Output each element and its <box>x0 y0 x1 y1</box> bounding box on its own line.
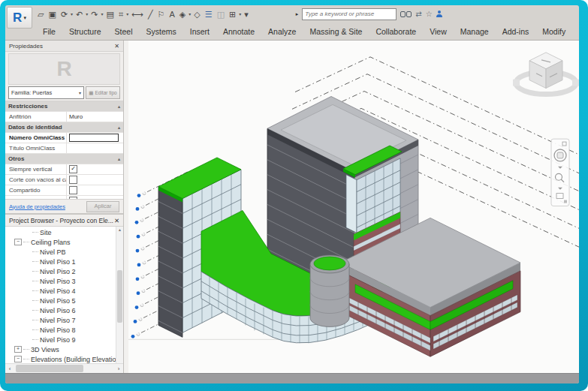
infocenter: ▸ ⇄ ☆ <box>296 8 443 20</box>
building-right-maroon <box>340 212 520 356</box>
sign-in-person-icon[interactable] <box>436 11 443 17</box>
tree-item-site[interactable]: Site <box>5 227 123 237</box>
aligned-dimension-icon[interactable]: ⟷ <box>129 7 146 22</box>
close-icon[interactable]: ✕ <box>114 43 119 50</box>
window-frame: R ▾ ▱ ▣ ⟳▾ ↶▾ ↷▾ ▤ ⌗▾ ⟷ ╱ ⚐ A ◈▾ ◇ ☰ ◫ ⊞… <box>0 0 588 391</box>
tree-item-elevations[interactable]: −Elevations (Building Elevation <box>5 354 123 363</box>
expander-icon: − <box>14 356 22 362</box>
tree-item-nivel-piso-7[interactable]: Nivel Piso 7 <box>5 315 123 325</box>
tree-item-nivel-piso-4[interactable]: Nivel Piso 4 <box>5 286 123 296</box>
section-icon[interactable]: ◇ <box>191 7 202 22</box>
property-row[interactable]: Título OmniClass <box>5 143 123 154</box>
navbar-corner-icon <box>564 200 567 203</box>
tag-icon[interactable]: ⚐ <box>155 7 167 22</box>
type-selector-dropdown[interactable]: Familia: Puertas ▾ <box>8 86 84 99</box>
switch-windows-icon[interactable]: ⊞ <box>227 7 238 22</box>
detail-line-icon[interactable]: ╱ <box>146 7 155 22</box>
properties-title: Propiedades <box>9 43 43 50</box>
tree-item-nivel-piso-1[interactable]: Nivel Piso 1 <box>5 257 123 266</box>
checkbox-checked[interactable]: ✓ <box>69 165 77 173</box>
property-row[interactable]: Siempre vertical✓ <box>5 164 123 175</box>
apply-button[interactable]: Aplicar <box>86 201 119 212</box>
measure-icon[interactable]: ⌗ <box>116 7 125 22</box>
app-menu-button[interactable]: R ▾ <box>7 7 32 29</box>
tab-manage[interactable]: Manage <box>454 23 496 40</box>
project-browser: Project Browser - Proyecto con Ele... ✕ … <box>5 215 123 373</box>
checkbox[interactable] <box>69 186 77 194</box>
tree-item-3d-views[interactable]: +3D Views <box>5 344 123 354</box>
chevron-down-icon: ▾ <box>79 90 81 95</box>
property-row[interactable]: AnfitriónMuro <box>5 112 123 122</box>
collapse-icon: ▴ <box>118 104 120 109</box>
tab-steel[interactable]: Steel <box>108 23 140 40</box>
revit-logo: R <box>13 11 22 24</box>
section-header[interactable]: Datos de identidad▴ <box>5 122 123 133</box>
omniclass-number-input[interactable] <box>69 134 119 142</box>
section-header[interactable]: Restricciones▴ <box>5 101 123 112</box>
customize-qat-icon[interactable]: ▾ <box>242 7 251 22</box>
properties-palette: Propiedades ✕ R Familia: Puertas ▾ ▦ Edi… <box>5 41 123 215</box>
edit-type-button[interactable]: ▦ Editar tipo <box>86 86 120 99</box>
default-3d-view-icon[interactable]: ◈ <box>177 7 188 22</box>
tab-view[interactable]: View <box>423 23 454 40</box>
tab-structure[interactable]: Structure <box>62 23 108 40</box>
tab-massing-site[interactable]: Massing & Site <box>303 23 369 40</box>
properties-help-link[interactable]: Ayuda de propiedades <box>9 203 65 210</box>
tab-file[interactable]: File <box>36 23 62 40</box>
tab-analyze[interactable]: Analyze <box>261 23 303 40</box>
tab-addins[interactable]: Add-ins <box>496 23 536 40</box>
scrollbar-thumb[interactable] <box>117 270 122 323</box>
save-icon[interactable]: ▣ <box>46 7 58 22</box>
scroll-left-icon[interactable]: ‹ <box>5 365 14 372</box>
quick-access-toolbar: R ▾ ▱ ▣ ⟳▾ ↶▾ ↷▾ ▤ ⌗▾ ⟷ ╱ ⚐ A ◈▾ ◇ ☰ ◫ ⊞… <box>5 5 579 23</box>
open-icon[interactable]: ▱ <box>35 7 46 22</box>
tab-annotate[interactable]: Annotate <box>216 23 261 40</box>
tree-item-nivel-piso-3[interactable]: Nivel Piso 3 <box>5 276 123 286</box>
status-bar <box>5 373 579 383</box>
tree-vertical-scrollbar[interactable]: ▴ <box>116 227 123 363</box>
tab-modify[interactable]: Modify <box>535 23 572 40</box>
search-binoculars-icon[interactable] <box>400 11 412 17</box>
tree-item-nivel-pb[interactable]: Nivel PB <box>5 247 123 257</box>
favorites-star-icon[interactable]: ☆ <box>426 10 433 18</box>
project-browser-tree: Site −Ceiling Plans Nivel PB Nivel Piso … <box>5 227 123 363</box>
print-icon[interactable]: ▤ <box>104 7 116 22</box>
undo-icon[interactable]: ↶ <box>74 7 85 22</box>
property-row[interactable]: Corte con vacíos al car... <box>5 175 123 185</box>
tree-item-nivel-piso-5[interactable]: Nivel Piso 5 <box>5 296 123 305</box>
tab-collaborate[interactable]: Collaborate <box>369 23 423 40</box>
search-input[interactable] <box>302 8 397 20</box>
tree-item-nivel-piso-2[interactable]: Nivel Piso 2 <box>5 266 123 276</box>
tree-item-ceiling-plans[interactable]: −Ceiling Plans <box>5 237 123 247</box>
exchange-icon[interactable]: ⇄ <box>415 10 421 18</box>
property-row[interactable]: Compartido <box>5 185 123 196</box>
navigation-bar[interactable] <box>551 139 569 206</box>
scroll-up-icon: ▴ <box>116 227 123 233</box>
section-header[interactable]: Otros▴ <box>5 154 123 164</box>
type-preview: R <box>8 53 120 85</box>
thin-lines-icon[interactable]: ☰ <box>203 7 215 22</box>
tab-systems[interactable]: Systems <box>139 23 182 40</box>
scrollbar-thumb[interactable] <box>16 365 83 372</box>
checkbox[interactable] <box>69 176 77 184</box>
tree-item-nivel-piso-6[interactable]: Nivel Piso 6 <box>5 305 123 315</box>
redo-icon[interactable]: ↷ <box>89 7 100 22</box>
tab-insert[interactable]: Insert <box>183 23 216 40</box>
collapse-arrow-icon[interactable]: ▸ <box>296 11 299 17</box>
expander-icon: + <box>14 346 22 353</box>
collapse-icon: ▴ <box>118 156 120 161</box>
scroll-right-icon[interactable]: › <box>114 365 123 372</box>
paste-icon[interactable]: ◫ <box>215 7 227 22</box>
drawing-area-3d-view[interactable] <box>124 41 579 373</box>
property-row[interactable]: Número OmniClass <box>5 133 123 143</box>
tree-item-nivel-piso-9[interactable]: Nivel Piso 9 <box>5 335 123 344</box>
text-icon[interactable]: A <box>167 7 176 22</box>
tree-horizontal-scrollbar[interactable]: ‹ › <box>5 363 123 373</box>
app-menu-arrow-icon: ▾ <box>23 15 26 21</box>
close-icon[interactable]: ✕ <box>114 217 119 224</box>
tree-item-nivel-piso-8[interactable]: Nivel Piso 8 <box>5 325 123 335</box>
sync-icon[interactable]: ⟳ <box>59 7 70 22</box>
project-browser-title: Project Browser - Proyecto con Ele... <box>9 217 113 224</box>
viewcube[interactable] <box>513 53 579 95</box>
properties-grid: Restricciones▴ AnfitriónMuro Datos de id… <box>5 101 123 199</box>
